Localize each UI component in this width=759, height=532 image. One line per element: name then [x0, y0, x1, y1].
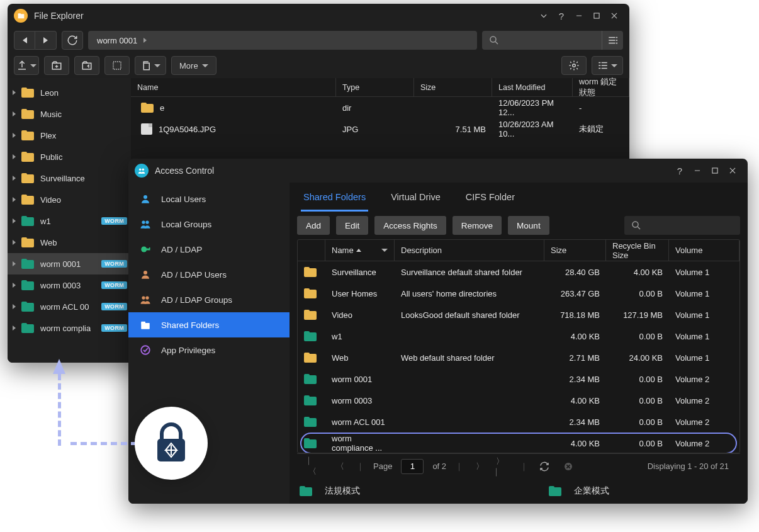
tree-item[interactable]: Music [8, 103, 131, 125]
upload-button[interactable] [14, 56, 39, 75]
table-row[interactable]: worm compliance ... 4.00 KB 0.00 B Volum… [298, 433, 739, 453]
expand-icon[interactable] [13, 154, 16, 159]
table-row[interactable]: User Homes All users' home directories 2… [298, 283, 739, 304]
close-button[interactable] [605, 7, 623, 25]
next-page-button[interactable]: 〉 [472, 459, 487, 474]
sidebar-item[interactable]: AD / LDAP [128, 237, 290, 262]
mount-button[interactable]: Mount [508, 216, 549, 235]
help-button[interactable]: ? [671, 162, 689, 179]
expand-icon[interactable] [13, 90, 16, 95]
breadcrumb[interactable]: worm 0001 [88, 31, 477, 50]
worm-folder-icon [21, 216, 34, 226]
tree-item[interactable]: Leon [8, 82, 131, 103]
sort-asc-icon [356, 249, 361, 252]
add-button[interactable]: Add [297, 216, 330, 235]
expand-icon[interactable] [13, 261, 16, 266]
collapse-button[interactable] [535, 7, 553, 25]
reload-button[interactable] [537, 459, 552, 474]
tree-item[interactable]: Video [8, 189, 131, 210]
col-size[interactable]: Size [544, 240, 606, 261]
maximize-button[interactable] [588, 7, 605, 25]
sidebar-item[interactable]: Local Groups [128, 212, 290, 237]
expand-icon[interactable] [13, 111, 16, 116]
nav-back-button[interactable] [14, 31, 35, 50]
expand-icon[interactable] [13, 176, 16, 181]
col-name[interactable]: Name [131, 78, 336, 96]
col-volume[interactable]: Volume [669, 240, 739, 261]
expand-icon[interactable] [13, 218, 16, 224]
minimize-button[interactable] [689, 162, 706, 179]
more-button[interactable]: More [171, 56, 216, 75]
folder-icon [304, 267, 313, 277]
table-row[interactable]: e dir 12/06/2023 PM 12... - [131, 97, 629, 118]
folder-search-input[interactable] [624, 216, 740, 235]
column-menu-icon[interactable] [381, 249, 388, 252]
folder-icon [21, 88, 34, 98]
expand-icon[interactable] [13, 197, 16, 202]
view-mode-button[interactable] [592, 56, 623, 75]
nav-forward-button[interactable] [35, 31, 57, 50]
tree-item-label: Surveillance [40, 174, 85, 183]
sidebar-item[interactable]: AD / LDAP Groups [128, 287, 290, 312]
page-input[interactable] [401, 459, 424, 474]
col-size[interactable]: Size [414, 78, 492, 96]
col-icon[interactable] [298, 240, 325, 261]
sidebar-item[interactable]: App Privileges [128, 337, 290, 363]
sidebar-item[interactable]: Shared Folders [128, 312, 290, 337]
edit-button[interactable]: Edit [336, 216, 368, 235]
col-name[interactable]: Name [325, 240, 395, 261]
tree-item[interactable]: worm complia WORM [8, 317, 131, 339]
table-row[interactable]: worm 0003 4.00 KB 0.00 B Volume 2 [298, 390, 739, 411]
table-row[interactable]: w1 4.00 KB 0.00 B Volume 1 [298, 325, 739, 347]
close-button[interactable] [724, 162, 741, 179]
table-row[interactable]: worm 0001 2.34 MB 0.00 B Volume 2 [298, 368, 739, 390]
table-row[interactable]: worm ACL 001 2.34 MB 0.00 B Volume 2 [298, 411, 739, 433]
tab-shared-folders[interactable]: Shared Folders [303, 183, 366, 212]
new-folder-button[interactable] [44, 56, 69, 75]
tree-item[interactable]: Web [8, 232, 131, 253]
col-description[interactable]: Description [395, 240, 544, 261]
copy-button[interactable] [135, 56, 166, 75]
col-type[interactable]: Type [336, 78, 414, 96]
tab-virtual-drive[interactable]: Virtual Drive [391, 183, 441, 212]
expand-icon[interactable] [13, 304, 16, 309]
table-row[interactable]: 1Q9A5046.JPG JPG 7.51 MB 10/26/2023 AM 1… [131, 118, 629, 140]
maximize-button[interactable] [706, 162, 724, 179]
settings-button[interactable] [561, 56, 587, 75]
table-row[interactable]: Video LooksGood default shared folder 71… [298, 304, 739, 325]
tree-item[interactable]: worm 0003 WORM [8, 274, 131, 296]
access-control-app-icon [135, 164, 149, 178]
expand-icon[interactable] [13, 325, 16, 331]
search-options-button[interactable] [602, 31, 623, 50]
select-button[interactable] [104, 56, 130, 75]
tree-item-label: worm ACL 00 [40, 302, 89, 312]
help-button[interactable]: ? [553, 7, 570, 25]
expand-icon[interactable] [13, 240, 16, 245]
tree-item[interactable]: Public [8, 146, 131, 167]
expand-icon[interactable] [13, 283, 16, 288]
clear-button[interactable] [561, 459, 576, 474]
sidebar-item[interactable]: AD / LDAP Users [128, 262, 290, 287]
refresh-button[interactable] [62, 31, 83, 50]
last-page-button[interactable]: 〉⎸ [496, 459, 511, 474]
col-modified[interactable]: Last Modified [492, 78, 573, 96]
tree-item[interactable]: w1 WORM [8, 210, 131, 232]
tree-item[interactable]: worm ACL 00 WORM [8, 296, 131, 317]
remove-button[interactable]: Remove [453, 216, 502, 235]
first-page-button[interactable]: ⎸〈 [308, 459, 323, 474]
tree-item[interactable]: Surveillance [8, 167, 131, 189]
access-rights-button[interactable]: Access Rights [374, 216, 446, 235]
expand-icon[interactable] [13, 133, 16, 138]
table-row[interactable]: Web Web default shared folder 2.71 MB 24… [298, 347, 739, 368]
search-input[interactable] [482, 31, 602, 50]
tree-item[interactable]: Plex [8, 125, 131, 146]
sidebar-item[interactable]: Local Users [128, 186, 290, 212]
tree-item[interactable]: worm 0001 WORM [8, 253, 131, 274]
minimize-button[interactable] [570, 7, 588, 25]
col-recycle-size[interactable]: Recycle Bin Size [606, 240, 669, 261]
table-row[interactable]: Surveillance Surveillance default shared… [298, 261, 739, 283]
col-worm-status[interactable]: worm 鎖定狀態 [573, 78, 629, 96]
share-folder-button[interactable] [74, 56, 99, 75]
tab-cifs-folder[interactable]: CIFS Folder [466, 183, 515, 212]
prev-page-button[interactable]: 〈 [332, 459, 347, 474]
